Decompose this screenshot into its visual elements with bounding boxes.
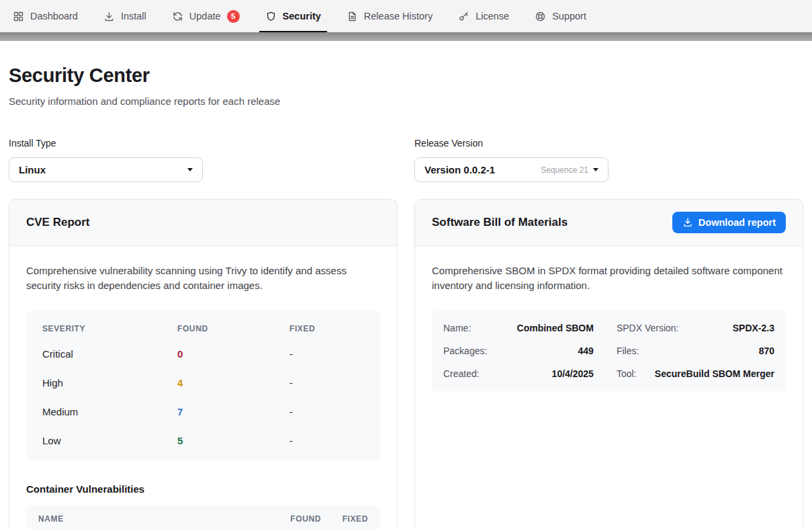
sbom-packages-value: 449 (578, 345, 594, 356)
nav-label: License (476, 11, 509, 22)
name-column-header: NAME (38, 514, 289, 524)
table-row-critical: Critical 0 - (26, 339, 380, 368)
cve-report-description: Comprehensive vulnerability scanning usi… (26, 263, 380, 293)
install-type-value: Linux (19, 164, 187, 175)
support-lifebuoy-icon (535, 11, 546, 22)
license-key-icon (458, 11, 469, 22)
fixed-count: - (289, 348, 380, 360)
fixed-column-header: FIXED (321, 514, 368, 524)
sbom-details-table: Name: Combined SBOM SPDX Version: SPDX-2… (432, 311, 786, 391)
nav-tab-update[interactable]: Update 5 (163, 0, 249, 32)
nav-tab-support[interactable]: Support (526, 0, 595, 32)
found-count: 7 (177, 406, 289, 417)
sbom-tool-value: SecureBuild SBOM Merger (655, 368, 774, 379)
table-row-low: Low 5 - (26, 426, 380, 455)
severity-table: SEVERITY FOUND FIXED Critical 0 - High 4… (26, 311, 380, 460)
top-nav: Dashboard Install Update 5 Security Rele… (0, 0, 812, 32)
nav-label: Dashboard (30, 11, 78, 22)
cve-report-title: CVE Report (26, 216, 89, 229)
report-cards-row: CVE Report Comprehensive vulnerability s… (9, 199, 803, 529)
nav-tab-security[interactable]: Security (257, 0, 330, 32)
update-count-badge: 5 (227, 10, 240, 23)
window-divider-band (0, 32, 812, 41)
severity-column-header: SEVERITY (42, 324, 177, 333)
found-column-header: FOUND (177, 324, 289, 333)
download-report-button[interactable]: Download report (672, 212, 786, 233)
sbom-created-label: Created: (443, 368, 480, 379)
update-icon (172, 11, 183, 22)
nav-label: Release History (364, 11, 433, 22)
sbom-spdx-version-label: SPDX Version: (617, 323, 679, 333)
release-version-select[interactable]: Version 0.0.2-1 Sequence 21 (414, 157, 608, 182)
security-center-page: Security Center Security information and… (0, 65, 812, 529)
sbom-spdx-version-value: SPDX-2.3 (733, 323, 774, 333)
nav-label: Security (283, 11, 321, 22)
sbom-files-label: Files: (617, 345, 639, 356)
cve-report-card: CVE Report Comprehensive vulnerability s… (9, 199, 398, 529)
release-sequence-label: Sequence 21 (541, 165, 588, 175)
sbom-card: Software Bill of Materials Download repo… (414, 199, 803, 529)
found-count: 4 (177, 377, 289, 389)
sbom-title: Software Bill of Materials (432, 216, 568, 229)
nav-tab-install[interactable]: Install (95, 0, 155, 32)
chevron-down-icon (187, 168, 193, 171)
release-version-value: Version 0.0.2-1 (424, 164, 541, 175)
release-version-label: Release Version (414, 138, 803, 149)
sbom-description: Comprehensive SBOM in SPDX format provid… (432, 263, 786, 293)
cve-report-header: CVE Report (9, 200, 397, 246)
security-shield-icon (265, 11, 277, 22)
release-history-icon (347, 11, 358, 22)
severity-label: Low (42, 435, 177, 446)
install-type-label: Install Type (9, 138, 398, 149)
table-row-medium: Medium 7 - (26, 397, 380, 426)
sbom-created-value: 10/4/2025 (552, 368, 594, 379)
nav-tab-release-history[interactable]: Release History (338, 0, 441, 32)
dashboard-icon (13, 11, 24, 22)
sbom-tool-label: Tool: (617, 368, 637, 379)
download-icon (682, 217, 693, 228)
chevron-down-icon (593, 168, 598, 171)
sbom-header: Software Bill of Materials Download repo… (415, 200, 803, 246)
nav-tab-license[interactable]: License (449, 0, 518, 32)
fixed-column-header: FIXED (289, 324, 380, 333)
table-row: Packages: 449 Files: 870 (443, 339, 774, 362)
install-icon (103, 11, 115, 22)
found-count: 5 (177, 435, 289, 446)
nav-label: Support (552, 11, 586, 22)
severity-label: Medium (42, 406, 177, 417)
nav-label: Install (121, 11, 146, 22)
table-row: Name: Combined SBOM SPDX Version: SPDX-2… (443, 317, 774, 339)
severity-table-header: SEVERITY FOUND FIXED (26, 315, 380, 339)
sbom-name-label: Name: (443, 323, 471, 333)
container-vulnerabilities-title: Container Vulnerabilities (26, 483, 380, 495)
filters-row: Install Type Linux Release Version Versi… (9, 138, 803, 182)
nav-tab-dashboard[interactable]: Dashboard (4, 0, 87, 32)
fixed-count: - (289, 406, 380, 417)
sbom-packages-label: Packages: (443, 345, 487, 356)
table-row: Created: 10/4/2025 Tool: SecureBuild SBO… (443, 362, 774, 385)
sbom-name-value: Combined SBOM (517, 323, 594, 333)
page-subtitle: Security information and compliance repo… (9, 95, 803, 107)
page-title: Security Center (9, 65, 803, 87)
severity-label: High (42, 377, 177, 389)
fixed-count: - (289, 377, 380, 389)
fixed-count: - (289, 435, 380, 446)
table-row-high: High 4 - (26, 368, 380, 397)
sbom-files-value: 870 (759, 345, 774, 356)
found-column-header: FOUND (289, 514, 321, 524)
download-report-label: Download report (698, 217, 776, 228)
found-count: 0 (177, 348, 289, 360)
container-vulnerabilities-table-header: NAME FOUND FIXED (26, 505, 380, 529)
nav-label: Update (189, 11, 221, 22)
severity-label: Critical (42, 348, 177, 360)
sbom-body: Comprehensive SBOM in SPDX format provid… (415, 246, 803, 409)
install-type-select[interactable]: Linux (9, 157, 203, 182)
cve-report-body: Comprehensive vulnerability scanning usi… (9, 246, 397, 529)
